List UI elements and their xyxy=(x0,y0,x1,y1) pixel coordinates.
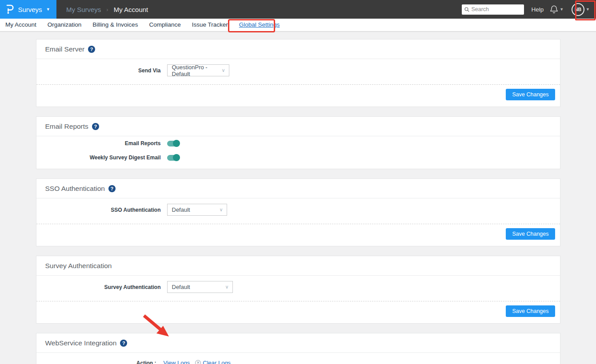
clear-logs-link[interactable]: ✕ Clear Logs xyxy=(195,360,231,364)
chevron-down-icon: ∨ xyxy=(219,207,223,213)
chevron-down-icon: ∨ xyxy=(225,284,228,290)
toggle-knob xyxy=(173,154,180,161)
chevron-down-icon: ∨ xyxy=(221,67,225,73)
action-label: Action : xyxy=(36,360,156,364)
survey-authentication-row: Survey Authentication Default ∨ xyxy=(36,276,560,298)
chevron-down-icon: ▼ xyxy=(560,8,564,12)
surveys-menu-label: Surveys xyxy=(18,6,42,13)
send-via-value: QuestionPro - Default xyxy=(172,64,217,77)
chevron-down-icon: ▼ xyxy=(586,8,590,12)
email-reports-toggle[interactable] xyxy=(167,141,179,146)
topnav-right-controls: Help ▼ NB ▼ xyxy=(462,1,596,18)
webservice-integration-card: WebService Integration ? Action : View L… xyxy=(36,333,560,364)
chevron-down-icon: ▼ xyxy=(46,8,50,12)
breadcrumb-my-surveys[interactable]: My Surveys xyxy=(66,6,101,13)
save-changes-button[interactable]: Save Changes xyxy=(506,89,555,100)
tab-global-settings[interactable]: Global Settings xyxy=(239,21,280,28)
email-reports-card: Email Reports ? Email Reports Weekly Sur… xyxy=(36,116,560,169)
card-title-text: Email Server xyxy=(45,45,85,53)
user-account-menu[interactable]: NB ▼ xyxy=(570,1,592,18)
card-title-text: WebService Integration xyxy=(45,339,117,347)
weekly-digest-toggle-label: Weekly Survey Digest Email xyxy=(36,154,161,161)
avatar-initials: NB xyxy=(575,7,581,12)
tab-my-account[interactable]: My Account xyxy=(5,21,36,28)
save-changes-button[interactable]: Save Changes xyxy=(506,305,555,317)
user-avatar[interactable]: NB xyxy=(572,3,584,16)
send-via-row: Send Via QuestionPro - Default ∨ xyxy=(36,59,560,82)
sso-authentication-row: SSO Authentication Default ∨ xyxy=(36,198,560,221)
sso-authentication-select[interactable]: Default ∨ xyxy=(167,204,227,216)
weekly-digest-toggle-row: Weekly Survey Digest Email xyxy=(36,150,560,169)
help-icon[interactable]: ? xyxy=(120,340,127,347)
survey-authentication-title: Survey Authentication xyxy=(36,256,560,276)
email-reports-toggle-row: Email Reports xyxy=(36,136,560,150)
send-via-label: Send Via xyxy=(36,67,161,74)
search-input[interactable] xyxy=(471,6,521,12)
top-navigation-bar: Surveys ▼ My Surveys › My Account Help xyxy=(0,0,596,19)
breadcrumb-separator-icon: › xyxy=(106,6,108,13)
weekly-digest-toggle[interactable] xyxy=(167,155,179,161)
notification-bell-icon xyxy=(550,5,558,14)
save-changes-button[interactable]: Save Changes xyxy=(506,228,555,240)
questionpro-logo-icon xyxy=(6,4,14,14)
tab-compliance[interactable]: Compliance xyxy=(149,21,180,28)
tab-organization[interactable]: Organization xyxy=(48,21,82,28)
help-icon[interactable]: ? xyxy=(92,123,99,130)
webservice-action-row: Action : View Logs ✕ Clear Logs xyxy=(36,353,560,364)
account-tabs: My Account Organization Billing & Invoic… xyxy=(0,19,596,32)
email-server-card: Email Server ? Send Via QuestionPro - De… xyxy=(36,39,560,107)
email-reports-title: Email Reports ? xyxy=(36,117,560,136)
survey-authentication-card: Survey Authentication Survey Authenticat… xyxy=(36,256,560,324)
sso-authentication-card: SSO Authentication ? SSO Authentication … xyxy=(36,178,560,246)
notifications-menu[interactable]: ▼ xyxy=(550,5,564,14)
email-reports-toggle-label: Email Reports xyxy=(36,140,161,146)
card-title-text: SSO Authentication xyxy=(45,185,105,193)
settings-content: Email Server ? Send Via QuestionPro - De… xyxy=(0,32,596,364)
email-server-title: Email Server ? xyxy=(36,40,560,59)
global-settings-page: Surveys ▼ My Surveys › My Account Help xyxy=(0,0,596,364)
survey-authentication-select[interactable]: Default ∨ xyxy=(167,281,233,293)
search-icon xyxy=(464,7,469,12)
tab-billing-invoices[interactable]: Billing & Invoices xyxy=(92,21,138,28)
view-logs-link[interactable]: View Logs xyxy=(164,360,190,364)
sso-authentication-title: SSO Authentication ? xyxy=(36,179,560,198)
breadcrumb-current: My Account xyxy=(114,6,148,13)
survey-authentication-value: Default xyxy=(172,284,190,290)
breadcrumb: My Surveys › My Account xyxy=(66,6,148,13)
help-link[interactable]: Help xyxy=(531,6,544,13)
sso-authentication-label: SSO Authentication xyxy=(36,207,161,213)
help-icon[interactable]: ? xyxy=(88,46,95,53)
send-via-select[interactable]: QuestionPro - Default ∨ xyxy=(167,64,229,76)
toggle-knob xyxy=(173,140,180,147)
webservice-integration-title: WebService Integration ? xyxy=(36,333,560,353)
search-box[interactable] xyxy=(462,4,524,15)
tab-issue-tracker[interactable]: Issue Tracker xyxy=(192,21,228,28)
help-icon[interactable]: ? xyxy=(108,185,116,192)
surveys-menu-button[interactable]: Surveys ▼ xyxy=(0,0,56,19)
survey-authentication-label: Survey Authentication xyxy=(36,284,161,290)
card-title-text: Email Reports xyxy=(45,123,88,131)
card-title-text: Survey Authentication xyxy=(45,262,112,270)
clear-logs-icon: ✕ xyxy=(195,360,201,364)
sso-authentication-value: Default xyxy=(172,206,190,213)
